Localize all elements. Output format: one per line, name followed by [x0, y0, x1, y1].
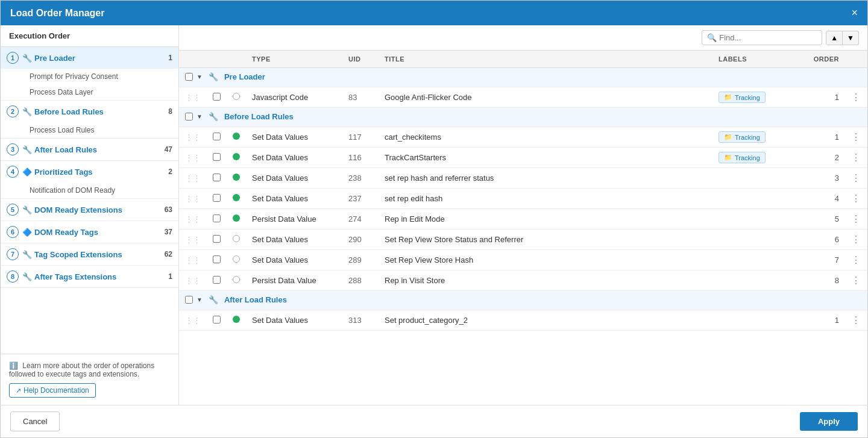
- table-row: ⋮⋮ Set Data Values 313 Set product_categ…: [179, 310, 867, 331]
- row-checkbox[interactable]: [213, 255, 221, 263]
- row-menu-button[interactable]: ⋮: [851, 92, 861, 102]
- row-checkbox[interactable]: [213, 316, 221, 324]
- drag-handle[interactable]: ⋮⋮: [179, 189, 207, 209]
- row-menu-button[interactable]: ⋮: [851, 275, 861, 286]
- group-icon-7: 🔧: [22, 250, 32, 259]
- section-checkbox-2[interactable]: [185, 113, 193, 120]
- drag-handle[interactable]: ⋮⋮: [179, 87, 207, 108]
- row-menu-button[interactable]: ⋮: [851, 214, 861, 224]
- row-menu-button[interactable]: ⋮: [851, 193, 861, 204]
- row-checkbox[interactable]: [213, 174, 221, 181]
- labels-cell: [712, 230, 797, 250]
- drag-handle[interactable]: ⋮⋮: [179, 310, 207, 331]
- nav-arrows: ▲ ▼: [826, 31, 859, 45]
- section-checkbox-3[interactable]: [185, 296, 193, 304]
- sidebar-footer-text: Learn more about the order of operations…: [9, 361, 154, 378]
- row-checkbox-cell: [207, 271, 227, 291]
- order-cell: 7: [797, 250, 845, 271]
- row-checkbox-cell: [207, 250, 227, 271]
- close-button[interactable]: ×: [851, 7, 858, 19]
- section-label-2: Before Load Rules: [224, 112, 294, 121]
- group-count-3: 47: [165, 145, 172, 154]
- row-menu-button[interactable]: ⋮: [851, 132, 861, 142]
- drag-handle[interactable]: ⋮⋮: [179, 230, 207, 250]
- group-num-1: 1: [7, 52, 19, 64]
- help-documentation-button[interactable]: ↗ Help Documentation: [9, 383, 96, 398]
- labels-cell: [712, 250, 797, 271]
- status-cell: [227, 148, 246, 168]
- drag-handle[interactable]: ⋮⋮: [179, 209, 207, 230]
- row-menu-cell: ⋮: [845, 189, 867, 209]
- group-icon-2: 🔧: [22, 107, 32, 116]
- drag-handle[interactable]: ⋮⋮: [179, 148, 207, 168]
- row-checkbox[interactable]: [213, 214, 221, 222]
- section-row-1: ▼ 🔧 Pre Loader: [179, 68, 867, 87]
- status-cell: [227, 168, 246, 189]
- section-cell-2: ▼ 🔧 Before Load Rules: [179, 108, 867, 127]
- search-box: 🔍: [702, 30, 822, 45]
- labels-cell: [712, 310, 797, 331]
- row-checkbox[interactable]: [213, 133, 221, 140]
- row-checkbox[interactable]: [213, 235, 221, 243]
- group-num-6: 6: [7, 226, 19, 238]
- title-cell: cart_checkitems: [379, 127, 712, 148]
- type-cell: Set Data Values: [246, 230, 342, 250]
- row-checkbox[interactable]: [213, 194, 221, 202]
- row-checkbox[interactable]: [213, 93, 221, 101]
- col-type-header: TYPE: [246, 51, 342, 68]
- down-arrow-button[interactable]: ▼: [843, 31, 859, 45]
- group-label-3: After Load Rules: [34, 145, 162, 154]
- up-arrow-button[interactable]: ▲: [826, 31, 843, 45]
- status-cell: [227, 209, 246, 230]
- sidebar-group-header-3[interactable]: 3 🔧 After Load Rules 47: [1, 139, 178, 160]
- sidebar-group-header-4[interactable]: 4 🔷 Prioritized Tags 2: [1, 161, 178, 183]
- sidebar-sub-item-4-1[interactable]: Notification of DOM Ready: [1, 183, 178, 198]
- row-menu-button[interactable]: ⋮: [851, 255, 861, 265]
- type-cell: Set Data Values: [246, 148, 342, 168]
- drag-handle[interactable]: ⋮⋮: [179, 127, 207, 148]
- type-cell: Persist Data Value: [246, 209, 342, 230]
- table-row: ⋮⋮ Set Data Values 237 set rep edit hash…: [179, 189, 867, 209]
- sidebar-sub-item-1-1[interactable]: Prompt for Privacy Consent: [1, 69, 178, 84]
- group-num-4: 4: [7, 166, 19, 178]
- sidebar-group-header-8[interactable]: 8 🔧 After Tags Extensions 1: [1, 266, 178, 287]
- info-icon: ℹ️: [9, 361, 18, 370]
- row-menu-button[interactable]: ⋮: [851, 173, 861, 183]
- sidebar-sub-item-1-2[interactable]: Process Data Layer: [1, 84, 178, 100]
- row-checkbox[interactable]: [213, 153, 221, 161]
- table-row: ⋮⋮ Set Data Values 289 Set Rep View Stor…: [179, 250, 867, 271]
- drag-handle[interactable]: ⋮⋮: [179, 168, 207, 189]
- group-label-6: DOM Ready Tags: [34, 228, 162, 237]
- col-labels-header: LABELS: [712, 51, 797, 68]
- drag-handle[interactable]: ⋮⋮: [179, 250, 207, 271]
- row-menu-button[interactable]: ⋮: [851, 152, 861, 163]
- status-dot: [233, 133, 240, 140]
- sidebar-group-header-7[interactable]: 7 🔧 Tag Scoped Extensions 62: [1, 243, 178, 265]
- title-cell: set rep edit hash: [379, 189, 712, 209]
- sidebar-group-header-6[interactable]: 6 🔷 DOM Ready Tags 37: [1, 221, 178, 243]
- drag-handle[interactable]: ⋮⋮: [179, 271, 207, 291]
- search-input[interactable]: [719, 33, 804, 42]
- apply-button[interactable]: Apply: [800, 412, 858, 431]
- group-count-7: 62: [165, 250, 172, 258]
- main-content: 🔍 ▲ ▼ TYPE UID: [179, 25, 867, 405]
- group-label-1: Pre Loader: [34, 54, 166, 63]
- label-badge: 📁Tracking: [719, 92, 766, 103]
- status-cell: [227, 230, 246, 250]
- labels-cell: [712, 271, 797, 291]
- status-dot: [233, 235, 240, 242]
- group-num-8: 8: [7, 271, 19, 283]
- row-menu-button[interactable]: ⋮: [851, 315, 861, 325]
- sidebar-sub-item-2-1[interactable]: Process Load Rules: [1, 122, 178, 138]
- cancel-button[interactable]: Cancel: [10, 411, 60, 431]
- external-link-icon: ↗: [16, 387, 21, 395]
- sidebar-group-header-5[interactable]: 5 🔧 DOM Ready Extensions 63: [1, 199, 178, 221]
- modal-header: Load Order Manager ×: [1, 1, 867, 25]
- sidebar-group-header-1[interactable]: 1 🔧 Pre Loader 1: [1, 47, 178, 69]
- section-checkbox-1[interactable]: [185, 73, 193, 81]
- labels-cell: [712, 209, 797, 230]
- label-badge: 📁Tracking: [719, 131, 766, 143]
- sidebar-group-header-2[interactable]: 2 🔧 Before Load Rules 8: [1, 101, 178, 122]
- row-checkbox[interactable]: [213, 276, 221, 284]
- row-menu-button[interactable]: ⋮: [851, 234, 861, 245]
